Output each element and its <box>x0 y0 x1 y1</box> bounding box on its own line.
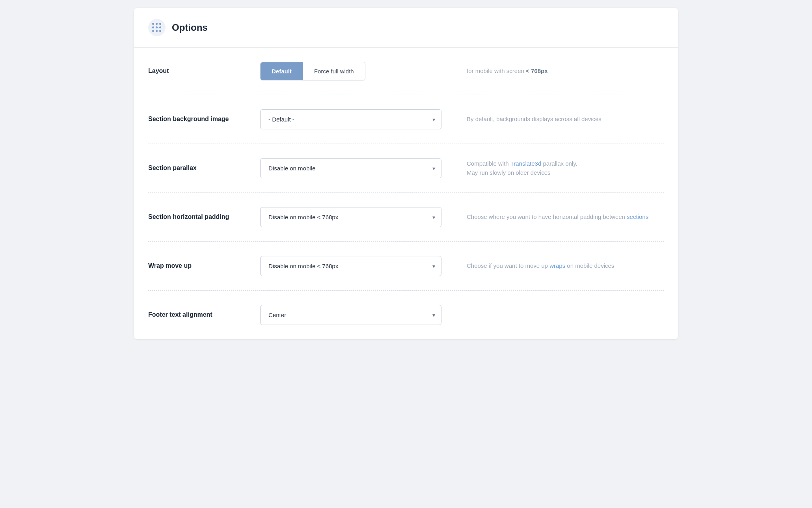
wrap-move-up-row: Wrap move up Disable on mobile < 768px E… <box>148 242 664 291</box>
section-background-image-row: Section background image - Default - Ena… <box>148 95 664 144</box>
grid-dots <box>152 23 162 32</box>
grid-dot <box>152 30 154 32</box>
footer-text-alignment-select-wrapper: Center Left Right ▾ <box>260 305 441 325</box>
section-horizontal-padding-label: Section horizontal padding <box>148 213 251 221</box>
layout-default-button[interactable]: Default <box>261 62 303 80</box>
section-background-image-hint: By default, backgrounds displays across … <box>467 115 664 124</box>
section-horizontal-padding-hint: Choose where you want to have horizontal… <box>467 213 664 222</box>
grid-dot <box>156 26 158 28</box>
layout-label: Layout <box>148 67 251 75</box>
section-parallax-control: Disable on mobile Enable on mobile Defau… <box>260 158 457 178</box>
layout-hint: for mobile with screen < 768px <box>467 67 664 76</box>
section-background-image-select-wrapper: - Default - Enable on mobile Disable on … <box>260 109 441 129</box>
section-horizontal-padding-select-wrapper: Disable on mobile < 768px Enable on all … <box>260 207 441 227</box>
grid-dot <box>156 30 158 32</box>
layout-toggle-group: Default Force full width <box>260 62 365 80</box>
panel-header: Options <box>134 8 678 48</box>
section-background-image-select[interactable]: - Default - Enable on mobile Disable on … <box>260 109 441 129</box>
section-parallax-hint: Compatible with Translate3d parallax onl… <box>467 159 664 177</box>
footer-text-alignment-select[interactable]: Center Left Right <box>260 305 441 325</box>
wrap-move-up-select[interactable]: Disable on mobile < 768px Enable on mobi… <box>260 256 441 276</box>
section-parallax-label: Section parallax <box>148 164 251 172</box>
panel-title: Options <box>172 22 208 33</box>
section-parallax-select[interactable]: Disable on mobile Enable on mobile Defau… <box>260 158 441 178</box>
layout-control: Default Force full width <box>260 62 457 80</box>
grid-dot <box>159 23 161 25</box>
section-parallax-row: Section parallax Disable on mobile Enabl… <box>148 144 664 193</box>
wrap-move-up-hint: Choose if you want to move up wraps on m… <box>467 261 664 271</box>
grid-icon <box>148 19 166 36</box>
section-horizontal-padding-row: Section horizontal padding Disable on mo… <box>148 193 664 242</box>
options-panel: Options Layout Default Force full width … <box>134 8 678 339</box>
grid-dot <box>152 23 154 25</box>
panel-body: Layout Default Force full width for mobi… <box>134 48 678 339</box>
wrap-move-up-control: Disable on mobile < 768px Enable on mobi… <box>260 256 457 276</box>
section-horizontal-padding-control: Disable on mobile < 768px Enable on all … <box>260 207 457 227</box>
wrap-move-up-label: Wrap move up <box>148 261 251 270</box>
grid-dot <box>159 30 161 32</box>
wrap-move-up-select-wrapper: Disable on mobile < 768px Enable on mobi… <box>260 256 441 276</box>
section-parallax-select-wrapper: Disable on mobile Enable on mobile Defau… <box>260 158 441 178</box>
section-horizontal-padding-select[interactable]: Disable on mobile < 768px Enable on all … <box>260 207 441 227</box>
section-background-image-label: Section background image <box>148 115 251 123</box>
grid-dot <box>152 26 154 28</box>
footer-text-alignment-control: Center Left Right ▾ <box>260 305 457 325</box>
wraps-link[interactable]: wraps <box>549 262 565 269</box>
grid-dot <box>156 23 158 25</box>
section-background-image-control: - Default - Enable on mobile Disable on … <box>260 109 457 129</box>
footer-text-alignment-label: Footer text alignment <box>148 310 251 319</box>
translate3d-link[interactable]: Translate3d <box>510 160 542 167</box>
sections-link[interactable]: sections <box>627 213 648 220</box>
footer-text-alignment-row: Footer text alignment Center Left Right … <box>148 291 664 339</box>
layout-force-full-width-button[interactable]: Force full width <box>303 62 365 80</box>
layout-row: Layout Default Force full width for mobi… <box>148 48 664 95</box>
grid-dot <box>159 26 161 28</box>
